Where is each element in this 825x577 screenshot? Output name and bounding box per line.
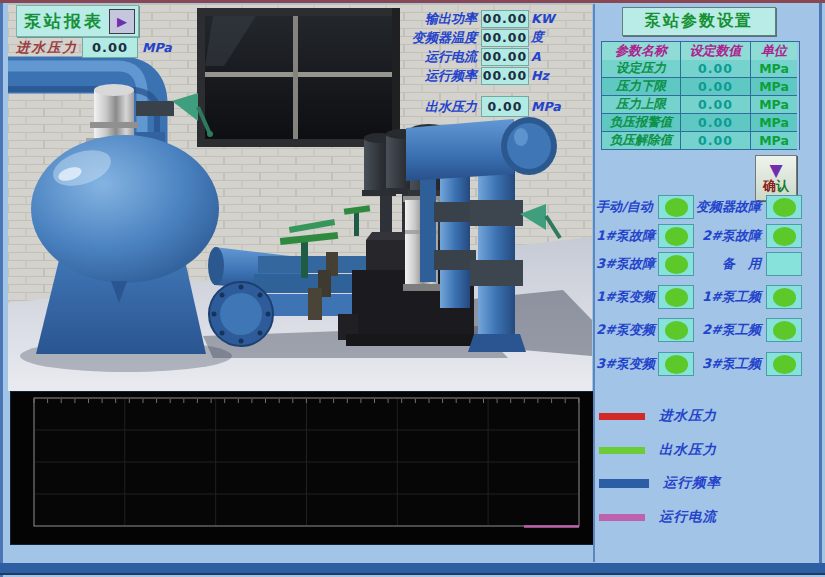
status-lamp: [658, 195, 694, 219]
param-unit: MPa: [751, 60, 797, 78]
outlet-pressure-readout: 出水压力 0.00 MPa: [405, 96, 565, 115]
telemetry-unit: A: [531, 49, 565, 64]
lamp-dot: [665, 288, 688, 307]
lamp-dot: [773, 321, 796, 340]
telemetry-unit: Hz: [531, 68, 565, 83]
param-value[interactable]: 0.00: [681, 60, 751, 78]
legend-label: 运行电流: [659, 508, 717, 526]
param-unit: MPa: [751, 114, 797, 132]
lamp-dot: [665, 255, 688, 274]
status-label: 1#泵故障: [596, 227, 656, 245]
status-label: 3#泵故障: [596, 255, 656, 273]
confirm-arrow-icon: ▼: [769, 163, 782, 178]
telemetry-value: 00.00: [481, 67, 529, 85]
column-header: 单位: [751, 42, 797, 61]
settings-row: 压力上限 0.00 MPa: [602, 96, 799, 114]
param-unit: MPa: [751, 78, 797, 96]
param-unit: MPa: [751, 132, 797, 150]
telemetry-label: 运行频率: [405, 67, 477, 85]
settings-table-header: 参数名称 设定数值 单位: [602, 42, 799, 60]
param-name: 负压报警值: [602, 114, 681, 132]
telemetry-value: 00.00: [481, 48, 529, 66]
param-name: 设定压力: [602, 60, 681, 78]
telemetry-label: 变频器温度: [405, 29, 477, 47]
lamp-dot: [665, 355, 688, 374]
legend-item: 运行频率: [599, 476, 721, 490]
frame-right-edge: [819, 3, 822, 563]
legend-item: 出水压力: [599, 443, 717, 457]
confirm-label: 确: [763, 178, 776, 193]
inlet-pressure-value: 0.00: [82, 37, 138, 58]
play-icon: ▶: [117, 15, 127, 28]
status-lamp: [658, 285, 694, 309]
settings-row: 负压报警值 0.00 MPa: [602, 114, 799, 132]
report-play-button[interactable]: ▶: [109, 9, 135, 34]
param-value[interactable]: 0.00: [681, 78, 751, 96]
settings-row: 负压解除值 0.00 MPa: [602, 132, 799, 150]
telemetry-row: 运行电流 00.00 A: [405, 47, 565, 66]
telemetry-unit: 度: [531, 29, 565, 46]
settings-panel-title: 泵站参数设置: [622, 7, 776, 36]
frame-bottom-edge: [0, 563, 825, 575]
telemetry-label: 运行电流: [405, 48, 477, 66]
param-name: 压力上限: [602, 96, 681, 114]
param-value[interactable]: 0.00: [681, 114, 751, 132]
inlet-pressure-readout: 进水压力 0.00 MPa: [16, 37, 172, 58]
param-name: 负压解除值: [602, 132, 681, 150]
status-label: 2#泵工频: [696, 321, 764, 339]
status-label: 变频器故障: [696, 198, 764, 216]
telemetry-value: 00.00: [481, 29, 529, 47]
settings-row: 设定压力 0.00 MPa: [602, 60, 799, 78]
panel-divider: [593, 4, 595, 562]
status-lamp: [766, 318, 802, 342]
legend-item: 运行电流: [599, 510, 717, 524]
inlet-pressure-unit: MPa: [142, 40, 172, 55]
status-label: 手动/自动: [596, 198, 656, 216]
status-row: 3#泵变频 3#泵工频: [596, 352, 802, 374]
frame-left-edge: [0, 3, 3, 577]
param-value[interactable]: 0.00: [681, 96, 751, 114]
legend-label: 出水压力: [659, 441, 717, 459]
status-lamp: [766, 195, 802, 219]
legend-label: 运行频率: [663, 474, 721, 492]
lamp-dot: [773, 355, 796, 374]
column-header: 设定数值: [681, 42, 751, 61]
status-lamp: [766, 352, 802, 376]
status-label: 2#泵故障: [696, 227, 764, 245]
trend-chart: [10, 391, 594, 545]
settings-row: 压力下限 0.00 MPa: [602, 78, 799, 96]
inlet-pressure-label: 进水压力: [16, 39, 78, 57]
hmi-screen: 泵站报表 ▶ 进水压力 0.00 MPa 输出功率 00.00 KW 变频器温度…: [0, 0, 825, 577]
param-value[interactable]: 0.00: [681, 132, 751, 150]
status-label: 2#泵变频: [596, 321, 656, 339]
status-lamp: [658, 318, 694, 342]
status-lamp: [766, 285, 802, 309]
legend-swatch-outlet: [599, 447, 645, 454]
chart-ticks: [34, 399, 579, 403]
telemetry-row: 输出功率 00.00 KW: [405, 9, 565, 28]
lamp-dot: [665, 198, 688, 217]
lamp-dot: [665, 321, 688, 340]
report-button-group[interactable]: 泵站报表 ▶: [16, 5, 139, 37]
status-label: 1#泵变频: [596, 288, 656, 306]
outlet-pressure-label: 出水压力: [405, 98, 477, 116]
status-label: 备 用: [696, 255, 764, 273]
report-button-label: 泵站报表: [24, 10, 104, 33]
telemetry-value: 00.00: [481, 10, 529, 28]
status-label: 1#泵工频: [696, 288, 764, 306]
pressure-tank: [31, 132, 219, 354]
status-row: 1#泵变频 1#泵工频: [596, 285, 802, 307]
status-lamp: [658, 224, 694, 248]
status-row: 1#泵故障 2#泵故障: [596, 224, 802, 246]
status-row: 3#泵故障 备 用: [596, 252, 802, 274]
frame-top-edge: [0, 0, 825, 3]
telemetry-unit: KW: [531, 11, 565, 26]
legend-swatch-frequency: [599, 479, 649, 488]
lamp-dot: [773, 198, 796, 217]
legend-swatch-current: [599, 514, 645, 521]
lamp-dot: [773, 288, 796, 307]
status-label: 3#泵工频: [696, 355, 764, 373]
telemetry-row: 运行频率 00.00 Hz: [405, 66, 565, 85]
legend-swatch-inlet: [599, 413, 645, 420]
telemetry-row: 变频器温度 00.00 度: [405, 28, 565, 47]
